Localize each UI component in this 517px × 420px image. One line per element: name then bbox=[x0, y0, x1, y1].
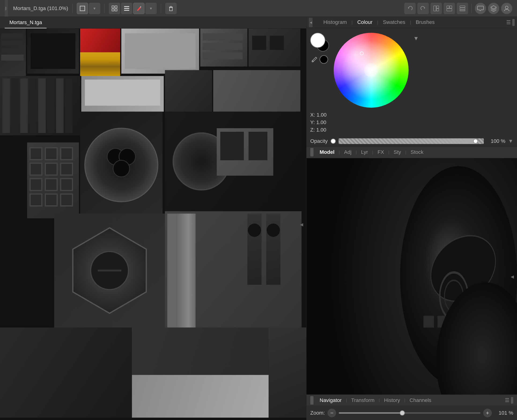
3d-viewport[interactable]: ◀ bbox=[307, 158, 517, 395]
color-y-value-row: Y: 1.00 bbox=[310, 120, 513, 126]
foreground-color-swatch[interactable] bbox=[310, 33, 325, 48]
layout-button-2[interactable] bbox=[444, 3, 455, 14]
color-tab-histogram[interactable]: Histogram bbox=[319, 17, 352, 28]
right-panel: ◀ Histogram | Colour | Swatches | Brushe… bbox=[306, 17, 517, 420]
color-tab-colour[interactable]: Colour bbox=[353, 17, 377, 28]
opacity-label: Opacity bbox=[310, 138, 328, 144]
nav-tab-history[interactable]: History bbox=[380, 395, 404, 406]
zoom-slider-thumb[interactable] bbox=[400, 410, 405, 416]
canvas-tab-mortars-n[interactable]: Mortars_N.tga bbox=[5, 17, 47, 28]
color-wheel-cursor[interactable] bbox=[360, 52, 364, 55]
layers-panel-button[interactable] bbox=[488, 3, 499, 14]
layer-tab-lyr[interactable]: Lyr bbox=[357, 146, 372, 158]
svg-marker-11 bbox=[408, 8, 409, 9]
square-tool-button[interactable] bbox=[77, 3, 88, 14]
nav-tab-channels[interactable]: Channels bbox=[405, 395, 435, 406]
panel-collapse-handle[interactable] bbox=[512, 19, 515, 26]
zoom-value: 101 % bbox=[495, 410, 513, 416]
viewport-edge-indicator: ◀ bbox=[510, 274, 515, 279]
layer-tab-model[interactable]: Model bbox=[315, 146, 339, 158]
svg-rect-17 bbox=[450, 6, 452, 8]
texture-canvas[interactable] bbox=[0, 29, 306, 420]
layer-tab-stock[interactable]: Stock bbox=[406, 146, 427, 158]
layer-tab-adj[interactable]: Adj bbox=[340, 146, 356, 158]
brush-dropdown-button[interactable]: ▾ bbox=[145, 3, 157, 14]
navigator-section: Navigator | Transform | History | Channe… bbox=[307, 395, 517, 420]
opacity-slider-fill bbox=[339, 138, 477, 144]
eyedropper-icon bbox=[311, 56, 318, 63]
navigator-panel-collapse[interactable] bbox=[310, 396, 314, 405]
layers-view-icon bbox=[123, 5, 130, 12]
current-color-dot[interactable] bbox=[320, 55, 328, 64]
zoom-slider-fill bbox=[339, 412, 403, 414]
layout-button-3[interactable] bbox=[457, 3, 468, 14]
color-wheel-collapse-button[interactable]: ▼ bbox=[413, 35, 419, 42]
app-title: Mortars_D.tga (101.0%) bbox=[13, 5, 68, 11]
opacity-slider[interactable] bbox=[339, 138, 484, 144]
grid-view-icon bbox=[111, 5, 118, 12]
color-values: X: 1.00 Y: 1.00 Z: 1.00 bbox=[307, 110, 517, 136]
color-x-label: X: 1.00 bbox=[310, 112, 327, 118]
panel-collapse-left[interactable]: ▌ bbox=[5, 0, 8, 17]
layout-1-icon bbox=[433, 5, 440, 12]
zoom-minus-button[interactable]: − bbox=[328, 409, 336, 417]
user-profile-button[interactable] bbox=[501, 3, 512, 14]
navigator-collapse-handle[interactable] bbox=[511, 397, 513, 404]
panel-menu-button[interactable]: ☰ bbox=[506, 19, 511, 25]
right-panel-collapse-button[interactable]: ◀ bbox=[309, 18, 313, 27]
chat-button[interactable] bbox=[475, 3, 486, 14]
profile-icons-group bbox=[475, 3, 512, 14]
delete-button[interactable] bbox=[165, 3, 177, 14]
zoom-plus-button[interactable]: + bbox=[483, 409, 492, 417]
zoom-slider[interactable] bbox=[339, 412, 480, 414]
svg-marker-22 bbox=[491, 6, 496, 9]
color-wheel-overlay bbox=[334, 33, 409, 108]
nav-tab-navigator[interactable]: Navigator bbox=[315, 395, 346, 406]
color-picker-tools bbox=[310, 55, 329, 64]
main-area: Mortars_N.tga ◀ ◀ Histogram | Colour | S… bbox=[0, 17, 517, 420]
undo-button[interactable] bbox=[404, 3, 416, 14]
svg-rect-1 bbox=[112, 6, 114, 8]
layout-3-icon bbox=[459, 5, 466, 12]
opacity-dropdown-button[interactable]: ▼ bbox=[508, 138, 513, 144]
wheel-center bbox=[364, 63, 378, 77]
svg-rect-19 bbox=[460, 6, 465, 8]
canvas-viewport[interactable]: ◀ bbox=[0, 29, 306, 420]
svg-rect-5 bbox=[124, 6, 129, 7]
brush-tool-button[interactable] bbox=[133, 3, 144, 14]
layer-tab-fx[interactable]: FX bbox=[373, 146, 388, 158]
layout-button-1[interactable] bbox=[431, 3, 442, 14]
tool-dropdown-button[interactable]: ▾ bbox=[89, 3, 100, 14]
color-z-value-row: Z: 1.00 bbox=[310, 127, 513, 133]
eyedropper-tool-button[interactable] bbox=[310, 55, 319, 64]
svg-rect-13 bbox=[434, 6, 436, 11]
redo-button[interactable] bbox=[418, 3, 429, 14]
toolbar-separator-1 bbox=[72, 4, 73, 13]
svg-point-23 bbox=[505, 6, 508, 9]
canvas-edge-indicator: ◀ bbox=[299, 222, 304, 227]
grid-view-button[interactable] bbox=[109, 3, 120, 14]
color-z-label: Z: 1.00 bbox=[310, 127, 326, 133]
color-y-label: Y: 1.00 bbox=[310, 120, 326, 126]
zoom-row: Zoom: − + 101 % bbox=[307, 406, 517, 420]
svg-rect-8 bbox=[170, 8, 172, 11]
user-profile-icon bbox=[503, 5, 510, 12]
chat-icon bbox=[477, 5, 484, 12]
color-tab-brushes[interactable]: Brushes bbox=[411, 17, 440, 28]
opacity-slider-thumb[interactable] bbox=[473, 139, 478, 143]
layers-panel-icon bbox=[490, 5, 497, 12]
layers-view-button[interactable] bbox=[121, 3, 132, 14]
opacity-value: 100 % bbox=[487, 138, 505, 144]
color-tab-swatches[interactable]: Swatches bbox=[378, 17, 410, 28]
layer-panel-collapse[interactable] bbox=[310, 148, 314, 156]
canvas-area: Mortars_N.tga ◀ bbox=[0, 17, 306, 420]
layer-tab-sty[interactable]: Sty bbox=[390, 146, 405, 158]
3d-viewport-canvas[interactable] bbox=[307, 158, 517, 395]
canvas-tabs: Mortars_N.tga bbox=[0, 17, 306, 29]
square-tool-icon bbox=[79, 5, 86, 12]
svg-marker-12 bbox=[424, 8, 425, 9]
navigator-menu-button[interactable]: ☰ bbox=[505, 397, 510, 403]
color-wheel[interactable] bbox=[334, 33, 409, 108]
nav-tab-transform[interactable]: Transform bbox=[347, 395, 379, 406]
toolbar-separator-2 bbox=[105, 4, 105, 13]
